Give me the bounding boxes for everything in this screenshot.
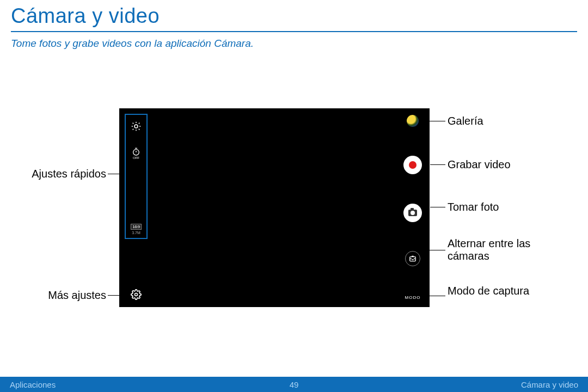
label-capture-mode: Modo de captura bbox=[448, 285, 556, 297]
gallery-thumbnail-icon bbox=[407, 115, 419, 127]
record-video-button[interactable] bbox=[403, 156, 422, 174]
timer-icon[interactable]: OFF bbox=[128, 145, 144, 162]
leader-record-video bbox=[430, 164, 445, 165]
settings-gear-button[interactable] bbox=[130, 289, 142, 301]
record-dot-icon bbox=[409, 161, 416, 169]
leader-gallery bbox=[427, 121, 445, 121]
quick-settings-panel[interactable]: OFF 16:9 3.7M bbox=[125, 114, 148, 239]
leader-capture-mode bbox=[428, 296, 445, 296]
camera-screenshot: OFF 16:9 3.7M bbox=[119, 108, 430, 307]
label-more-settings: Más ajustes bbox=[19, 289, 106, 302]
footer-section: Aplicaciones bbox=[10, 380, 56, 389]
svg-point-12 bbox=[135, 293, 138, 296]
page-title: Cámara y video bbox=[11, 4, 577, 28]
megapixel-value: 3.7M bbox=[132, 231, 140, 235]
page-subtitle: Tome fotos y grabe videos con la aplicac… bbox=[0, 38, 588, 60]
gallery-button[interactable] bbox=[407, 115, 419, 127]
label-switch-camera: Alternar entre las cámaras bbox=[448, 237, 556, 262]
switch-camera-icon bbox=[408, 254, 417, 263]
svg-line-7 bbox=[139, 123, 140, 124]
brightness-icon[interactable] bbox=[128, 118, 144, 134]
leader-more-settings bbox=[108, 295, 124, 296]
right-controls: MODO bbox=[403, 115, 422, 300]
page-footer: Aplicaciones 49 Cámara y video bbox=[0, 377, 588, 392]
leader-take-photo bbox=[430, 207, 445, 207]
footer-page-number: 49 bbox=[290, 380, 299, 389]
svg-line-8 bbox=[133, 129, 134, 130]
svg-line-5 bbox=[133, 123, 134, 124]
take-photo-button[interactable] bbox=[403, 204, 422, 222]
svg-point-0 bbox=[134, 125, 138, 128]
leader-quick-settings bbox=[108, 174, 120, 174]
aspect-ratio-indicator[interactable]: 16:9 3.7M bbox=[131, 224, 142, 235]
switch-camera-button[interactable] bbox=[405, 251, 420, 266]
label-record-video: Grabar video bbox=[448, 158, 556, 171]
footer-topic: Cámara y video bbox=[521, 380, 578, 389]
header-divider bbox=[11, 31, 577, 32]
leader-switch-camera bbox=[428, 250, 445, 250]
svg-line-6 bbox=[139, 129, 140, 130]
label-quick-settings: Ajustes rápidos bbox=[19, 168, 106, 180]
diagram-area: OFF 16:9 3.7M bbox=[0, 60, 588, 344]
timer-status: OFF bbox=[133, 156, 139, 160]
svg-point-9 bbox=[133, 149, 139, 155]
aspect-ratio-value: 16:9 bbox=[131, 224, 142, 230]
label-gallery: Galería bbox=[448, 115, 556, 127]
page-header: Cámara y video bbox=[0, 0, 588, 30]
capture-mode-button[interactable]: MODO bbox=[405, 295, 421, 300]
camera-icon bbox=[408, 210, 417, 216]
label-take-photo: Tomar foto bbox=[448, 201, 556, 213]
